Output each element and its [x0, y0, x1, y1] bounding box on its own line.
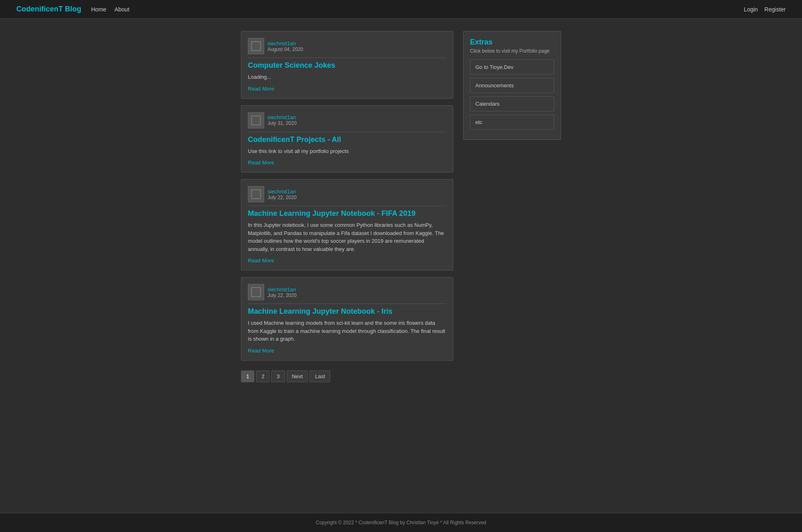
post-author-date: siechrist1an August 04, 2020: [267, 40, 303, 52]
footer: Copyright © 2022 * CodenificenT Blog by …: [0, 513, 802, 532]
sidebar-title: Extras: [470, 38, 554, 47]
last-button[interactable]: Last: [310, 370, 330, 382]
navbar: CodenificenT Blog Home About Login Regis…: [0, 0, 802, 19]
post-body: Use this link to visit all my portfolio …: [248, 147, 446, 155]
post-author[interactable]: siechrist1an: [267, 40, 303, 47]
navbar-brand[interactable]: CodenificenT Blog: [16, 5, 81, 13]
home-link[interactable]: Home: [91, 6, 106, 13]
post-date: July 22, 2020: [267, 195, 296, 200]
post-meta: siechrist1an July 31, 2020: [248, 112, 446, 129]
register-link[interactable]: Register: [764, 6, 786, 13]
post-card: siechrist1an July 31, 2020 CodenificenT …: [241, 105, 453, 173]
navbar-left: CodenificenT Blog Home About: [16, 5, 129, 13]
post-date: July 22, 2020: [267, 293, 296, 298]
post-title[interactable]: Machine Learning Jupyter Notebook - FIFA…: [248, 209, 446, 218]
post-divider: [248, 58, 446, 58]
post-thumbnail: [248, 38, 264, 54]
footer-text: Copyright © 2022 * CodenificenT Blog by …: [316, 520, 486, 525]
about-link[interactable]: About: [114, 6, 129, 13]
content-area: siechrist1an August 04, 2020 Computer Sc…: [241, 31, 453, 501]
page-3-button[interactable]: 3: [271, 370, 285, 382]
pagination: 1 2 3 Next Last: [241, 370, 453, 382]
post-date: July 31, 2020: [267, 120, 296, 126]
post-divider: [248, 206, 446, 206]
sidebar: Extras Click below to visit my Portfolio…: [463, 31, 561, 501]
post-divider: [248, 304, 446, 304]
sidebar-card: Extras Click below to visit my Portfolio…: [463, 31, 561, 140]
post-title[interactable]: CodenificenT Projects - All: [248, 135, 446, 144]
sidebar-item-calendars[interactable]: Calendars: [470, 96, 554, 111]
post-author[interactable]: siechrist1an: [267, 188, 296, 195]
post-body: Loading...: [248, 73, 446, 81]
read-more-link[interactable]: Read More: [248, 257, 274, 264]
post-meta: siechrist1an July 22, 2020: [248, 284, 446, 300]
read-more-link[interactable]: Read More: [248, 160, 274, 166]
post-thumbnail: [248, 186, 264, 202]
page-2-button[interactable]: 2: [256, 370, 270, 382]
post-author-date: siechrist1an July 31, 2020: [267, 114, 296, 126]
post-author[interactable]: siechrist1an: [267, 114, 296, 120]
main-container: siechrist1an August 04, 2020 Computer Sc…: [0, 19, 802, 513]
post-author-date: siechrist1an July 22, 2020: [267, 286, 296, 298]
post-title[interactable]: Machine Learning Jupyter Notebook - Iris: [248, 307, 446, 316]
post-card: siechrist1an August 04, 2020 Computer Sc…: [241, 31, 453, 99]
post-thumbnail: [248, 112, 264, 129]
navbar-right: Login Register: [744, 6, 786, 13]
post-divider: [248, 132, 446, 132]
sidebar-item-etc[interactable]: etc: [470, 115, 554, 130]
navbar-center: Home About: [91, 6, 129, 13]
read-more-link[interactable]: Read More: [248, 348, 274, 354]
post-card: siechrist1an July 22, 2020 Machine Learn…: [241, 277, 453, 361]
post-meta: siechrist1an August 04, 2020: [248, 38, 446, 54]
post-author-date: siechrist1an July 22, 2020: [267, 188, 296, 200]
sidebar-item-portfolio[interactable]: Go to Tioye.Dev: [470, 60, 554, 75]
post-meta: siechrist1an July 22, 2020: [248, 186, 446, 202]
next-button[interactable]: Next: [287, 370, 308, 382]
post-body: In this Jupyter notebook, I use some com…: [248, 221, 446, 253]
post-card: siechrist1an July 22, 2020 Machine Learn…: [241, 179, 453, 270]
sidebar-item-announcements[interactable]: Announcements: [470, 78, 554, 93]
sidebar-subtitle: Click below to visit my Portfolio page: [470, 48, 554, 54]
post-thumbnail: [248, 284, 264, 300]
login-link[interactable]: Login: [744, 6, 758, 13]
post-title[interactable]: Computer Science Jokes: [248, 61, 446, 70]
post-body: I used Machine learning models from sci-…: [248, 319, 446, 343]
post-author[interactable]: siechrist1an: [267, 286, 296, 293]
post-date: August 04, 2020: [267, 47, 303, 52]
read-more-link[interactable]: Read More: [248, 86, 274, 92]
page-1-button[interactable]: 1: [241, 370, 254, 382]
